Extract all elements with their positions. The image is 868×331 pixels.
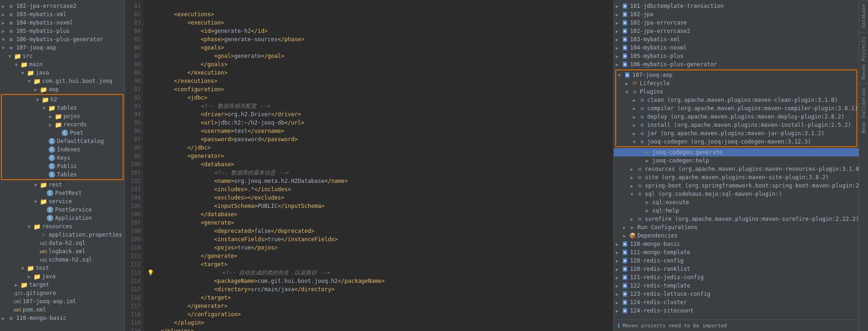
tree-item-aop[interactable]: ▶📁aop <box>0 85 125 94</box>
maven-item-site[interactable]: ▶⚙site (org.apache.maven.plugins:maven-s… <box>614 173 859 181</box>
tree-item-logback.xml[interactable]: xmllogback.xml <box>0 247 125 256</box>
maven-item-102-jpa[interactable]: ▶m102-jpa <box>614 10 859 19</box>
maven-item-120-redis-ranklist[interactable]: ▶m120-redis-ranklist <box>614 265 859 273</box>
maven-item-surefire[interactable]: ▶⚙surefire (org.apache.maven.plugins:mav… <box>614 215 859 223</box>
tree-label: test <box>36 265 123 271</box>
maven-item-Dependencies[interactable]: ▶📦Dependencies <box>614 231 859 240</box>
maven-item-sql[interactable]: ▼⚙sql (org.codehaus.mojo:sql-maven-plugi… <box>614 190 859 198</box>
line-number: 112 <box>125 260 141 269</box>
tree-item-h2[interactable]: ▼📁h2 <box>2 95 123 104</box>
tree-item-Indexes[interactable]: CIndexes <box>2 145 123 154</box>
tree-item-service[interactable]: ▼📁service <box>0 197 125 206</box>
maven-item-101-jdbctemplate-transaction[interactable]: ▶m101-jdbctemplate-transaction <box>614 2 859 10</box>
project-tree-panel: ▶m102-jpa-errorcase2▶m103-mybatis-xml▶m1… <box>0 0 125 331</box>
tree-item-.gitignore[interactable]: .git.gitignore <box>0 289 125 297</box>
maven-item-106-mybatis-plus-generator[interactable]: ▶m106-mybatis-plus-generator <box>614 60 859 69</box>
maven-item-121-redis-jedis-config[interactable]: ▶m121-redis-jedis-config <box>614 273 859 281</box>
line-number: 81 <box>125 2 141 10</box>
tree-label: logback.xml <box>49 248 123 255</box>
maven-item-102-jpa-errorcase2[interactable]: ▶m102-jpa-errorcase2 <box>614 27 859 35</box>
maven-item-clean[interactable]: ▶⚙clean (org.apache.maven.plugins:maven-… <box>616 96 856 104</box>
maven-item-Lifecycle[interactable]: ▶⟳Lifecycle <box>616 79 856 87</box>
maven-item-Plugins[interactable]: ▼⚙Plugins <box>616 87 856 96</box>
tree-item-application.properties[interactable]: ⚙application.properties <box>0 231 125 239</box>
tree-item-DefaultCatalog[interactable]: CDefaultCatalog <box>2 137 123 145</box>
maven-arrow: ▶ <box>616 283 621 288</box>
maven-item-102-jpa-errorcase[interactable]: ▶m102-jpa-errorcase <box>614 19 859 27</box>
maven-item-111-mongo-template[interactable]: ▶m111-mongo-template <box>614 248 859 256</box>
tree-item-pom.xml[interactable]: xmlpom.xml <box>0 306 125 314</box>
tree-item-main[interactable]: ▼📁main <box>0 60 125 69</box>
maven-icon-module: m <box>621 257 629 264</box>
code-line <box>147 2 610 10</box>
maven-arrow: ▶ <box>616 37 621 42</box>
maven-item-install[interactable]: ▶⚙install (org.apache.maven.plugins:mave… <box>616 121 856 129</box>
maven-item-123-redis-lettuce-config[interactable]: ▶m123-redis-lettuce-config <box>614 290 859 298</box>
line-number: 120 <box>125 327 141 331</box>
vtab-database[interactable]: database <box>859 0 868 32</box>
tree-item-tables[interactable]: ▼📁tables <box>2 104 123 112</box>
tree-item-resources[interactable]: ▼📁resources <box>0 222 125 231</box>
maven-item-resources[interactable]: ▶⚙resources (org.apache.maven.plugins:ma… <box>614 165 859 173</box>
tree-item-102-jpa-errorcase2[interactable]: ▶m102-jpa-errorcase2 <box>0 2 125 10</box>
tree-item-110-mongo-basic[interactable]: ▶m110-mongo-basic <box>0 314 125 322</box>
vtab-maven[interactable]: Maven Projects <box>859 32 868 83</box>
tree-item-105-mybatis-plus[interactable]: ▶m105-mybatis-plus <box>0 27 125 35</box>
maven-item-104-mybatis-noxml[interactable]: ▶m104-mybatis-noxml <box>614 44 859 52</box>
tree-item-rest[interactable]: ▼📁rest <box>0 181 125 189</box>
maven-item-107-jooq-aop[interactable]: ▼m107-jooq-aop <box>616 71 856 79</box>
tree-item-PoetRest[interactable]: CPoetRest <box>0 189 125 197</box>
maven-label: 111-mongo-template <box>630 249 690 256</box>
tree-item-target[interactable]: ▶📁target <box>0 281 125 289</box>
code-area[interactable]: <executions> <execution> <id>generate-h2… <box>144 0 613 331</box>
tree-item-com.git.hui.boot.jooq[interactable]: ▼📁com.git.hui.boot.jooq <box>0 77 125 85</box>
tree-item-java[interactable]: ▼📁java <box>0 69 125 77</box>
maven-arrow: ▶ <box>631 175 636 180</box>
tree-item-Application[interactable]: CApplication <box>0 214 125 222</box>
tree-item-106-mybatis-plus-generator[interactable]: ▼m106-mybatis-plus-generator <box>0 35 125 44</box>
maven-item-103-mybatis-xml[interactable]: ▶m103-mybatis-xml <box>614 35 859 44</box>
maven-item-compiler[interactable]: ▶⚙compiler (org.apache.maven.plugins:mav… <box>616 104 856 112</box>
code-line: <driver>org.h2.Driver</driver> <box>147 110 610 119</box>
tree-item-schema-h2.sql[interactable]: sqlschema-h2.sql <box>0 256 125 264</box>
maven-item-sql-help[interactable]: ▶sql:help <box>614 206 859 215</box>
maven-item-105-mybatis-plus[interactable]: ▶m105-mybatis-plus <box>614 52 859 60</box>
maven-item-124-redis-sitecount[interactable]: ▶m124-redis-sitecount <box>614 306 859 315</box>
code-line: <generator> <box>147 152 610 160</box>
tree-item-records[interactable]: ▶📁records <box>2 120 123 129</box>
tree-label: Poet <box>70 130 121 136</box>
tree-icon-folder: 📁 <box>27 264 34 272</box>
maven-item-Run Configurations[interactable]: ▶▶Run Configurations <box>614 223 859 231</box>
maven-item-deploy[interactable]: ▶⚙deploy (org.apache.maven.plugins:maven… <box>616 112 856 121</box>
tree-item-103-mybatis-xml[interactable]: ▶m103-mybatis-xml <box>0 10 125 19</box>
bulb-icon: 💡 <box>147 269 154 276</box>
tree-item-data-h2.sql[interactable]: sqldata-h2.sql <box>0 239 125 247</box>
tree-item-Public[interactable]: CPublic <box>2 162 123 170</box>
tree-item-Keys[interactable]: CKeys <box>2 154 123 162</box>
tree-item-pojos[interactable]: ▶📁pojos <box>2 112 123 120</box>
tree-item-Tables[interactable]: CTables <box>2 170 123 179</box>
maven-item-spring-boot[interactable]: ▶⚙spring-boot (org.springframework.boot:… <box>614 181 859 190</box>
maven-icon-goal: ▶ <box>643 149 651 156</box>
tree-item-PoetService[interactable]: CPoetService <box>0 206 125 214</box>
vtab-bean-validation[interactable]: Bean Validation <box>859 83 868 137</box>
tree-item-java-test[interactable]: ▶📁java <box>0 272 125 281</box>
maven-arrow: ▶ <box>616 292 621 297</box>
maven-item-122-redis-template[interactable]: ▶m122-redis-template <box>614 281 859 290</box>
tree-item-src[interactable]: ▼📁src <box>0 52 125 60</box>
maven-item-jooq-codegen-generate[interactable]: ▶jooq-codegen:generate <box>614 148 859 156</box>
maven-item-jooq-codegen[interactable]: ▼⚙jooq-codegen (org.jooq:jooq-codegen-ma… <box>616 137 856 146</box>
maven-item-jooq-codegen-help[interactable]: ▶jooq-codegen:help <box>614 156 859 165</box>
tree-item-107-jooq-aop[interactable]: ▼m107-jooq-aop <box>0 44 125 52</box>
maven-icon-module: m <box>621 44 629 51</box>
maven-item-sql-execute[interactable]: ▶sql:execute <box>614 198 859 206</box>
maven-item-124-redis-cluster[interactable]: ▶m124-redis-cluster <box>614 298 859 306</box>
tree-item-104-mybatis-noxml[interactable]: ▶m104-mybatis-noxml <box>0 19 125 27</box>
tree-item-test[interactable]: ▼📁test <box>0 264 125 272</box>
tree-item-107-jooq-aop.iml[interactable]: iml107-jooq-aop.iml <box>0 297 125 306</box>
maven-item-jar[interactable]: ▶⚙jar (org.apache.maven.plugins:maven-ja… <box>616 129 856 137</box>
tree-item-Poet[interactable]: CPoet <box>2 129 123 137</box>
maven-item-110-mongo-basic[interactable]: ▶m110-mongo-basic <box>614 240 859 248</box>
maven-arrow: ▶ <box>616 242 621 247</box>
maven-item-120-redis-config[interactable]: ▶m120-redis-config <box>614 256 859 265</box>
